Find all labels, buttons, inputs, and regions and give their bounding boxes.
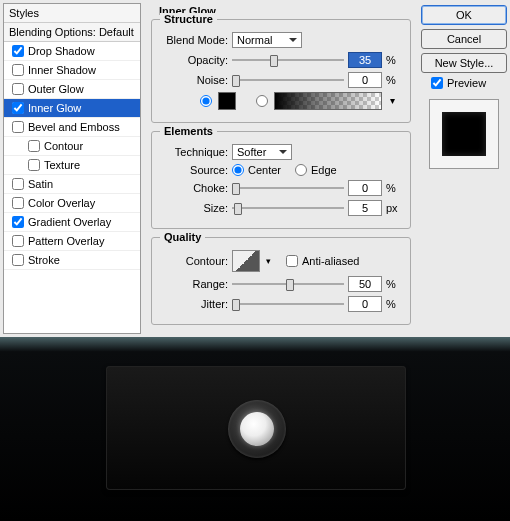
jitter-slider[interactable]	[232, 297, 344, 311]
style-item-label: Drop Shadow	[28, 45, 95, 57]
opacity-input[interactable]: 35	[348, 52, 382, 68]
preview-label: Preview	[447, 77, 486, 89]
style-item-stroke[interactable]: Stroke	[4, 251, 140, 270]
style-checkbox[interactable]	[12, 216, 24, 228]
style-checkbox[interactable]	[12, 45, 24, 57]
style-item-label: Contour	[44, 140, 83, 152]
contour-picker[interactable]	[232, 250, 260, 272]
style-item-bevel-and-emboss[interactable]: Bevel and Emboss	[4, 118, 140, 137]
source-edge-label: Edge	[311, 164, 337, 176]
style-item-texture[interactable]: Texture	[4, 156, 140, 175]
cancel-button[interactable]: Cancel	[421, 29, 507, 49]
style-item-label: Stroke	[28, 254, 60, 266]
preview-checkbox[interactable]	[431, 77, 443, 89]
quality-title: Quality	[160, 231, 205, 243]
noise-slider[interactable]	[232, 73, 344, 87]
style-item-satin[interactable]: Satin	[4, 175, 140, 194]
style-item-outer-glow[interactable]: Outer Glow	[4, 80, 140, 99]
elements-title: Elements	[160, 125, 217, 137]
style-item-drop-shadow[interactable]: Drop Shadow	[4, 42, 140, 61]
button-panel: OK Cancel New Style... Preview	[421, 3, 507, 334]
style-checkbox[interactable]	[12, 254, 24, 266]
choke-input[interactable]: 0	[348, 180, 382, 196]
noise-unit: %	[386, 74, 400, 86]
jitter-label: Jitter:	[162, 298, 228, 310]
preview-swatch	[442, 112, 486, 156]
range-input[interactable]: 50	[348, 276, 382, 292]
new-style-button[interactable]: New Style...	[421, 53, 507, 73]
source-label: Source:	[162, 164, 228, 176]
opacity-label: Opacity:	[162, 54, 228, 66]
opacity-unit: %	[386, 54, 400, 66]
elements-group: Elements Technique: Softer Source: Cente…	[151, 131, 411, 229]
structure-title: Structure	[160, 13, 217, 25]
noise-label: Noise:	[162, 74, 228, 86]
style-item-gradient-overlay[interactable]: Gradient Overlay	[4, 213, 140, 232]
style-checkbox[interactable]	[12, 178, 24, 190]
style-checkbox[interactable]	[28, 159, 40, 171]
noise-input[interactable]: 0	[348, 72, 382, 88]
technique-label: Technique:	[162, 146, 228, 158]
knob-inner	[240, 412, 274, 446]
style-checkbox[interactable]	[12, 83, 24, 95]
style-item-color-overlay[interactable]: Color Overlay	[4, 194, 140, 213]
style-item-pattern-overlay[interactable]: Pattern Overlay	[4, 232, 140, 251]
style-checkbox[interactable]	[12, 197, 24, 209]
size-slider[interactable]	[232, 201, 344, 215]
settings-panel: Inner Glow Structure Blend Mode: Normal …	[145, 3, 417, 334]
style-item-label: Outer Glow	[28, 83, 84, 95]
style-checkbox[interactable]	[28, 140, 40, 152]
technique-select[interactable]: Softer	[232, 144, 292, 160]
range-unit: %	[386, 278, 400, 290]
style-checkbox[interactable]	[12, 121, 24, 133]
style-checkbox[interactable]	[12, 235, 24, 247]
antialiased-label: Anti-aliased	[302, 255, 359, 267]
style-item-inner-shadow[interactable]: Inner Shadow	[4, 61, 140, 80]
gradient-radio[interactable]	[256, 95, 268, 107]
gradient-swatch[interactable]	[274, 92, 382, 110]
style-item-label: Satin	[28, 178, 53, 190]
contour-label: Contour:	[162, 255, 228, 267]
style-item-label: Gradient Overlay	[28, 216, 111, 228]
color-swatch[interactable]	[218, 92, 236, 110]
source-center-label: Center	[248, 164, 281, 176]
size-label: Size:	[162, 202, 228, 214]
style-checkbox[interactable]	[12, 102, 24, 114]
size-unit: px	[386, 202, 400, 214]
style-item-label: Color Overlay	[28, 197, 95, 209]
styles-panel: Styles Blending Options: Default Drop Sh…	[3, 3, 141, 334]
blendmode-select[interactable]: Normal	[232, 32, 302, 48]
style-item-label: Texture	[44, 159, 80, 171]
choke-slider[interactable]	[232, 181, 344, 195]
size-input[interactable]: 5	[348, 200, 382, 216]
choke-unit: %	[386, 182, 400, 194]
antialiased-checkbox[interactable]	[286, 255, 298, 267]
quality-group: Quality Contour: Anti-aliased Range: 50 …	[151, 237, 411, 325]
range-label: Range:	[162, 278, 228, 290]
jitter-unit: %	[386, 298, 400, 310]
source-edge-radio[interactable]	[295, 164, 307, 176]
range-slider[interactable]	[232, 277, 344, 291]
jitter-input[interactable]: 0	[348, 296, 382, 312]
styles-header: Styles	[4, 4, 140, 23]
choke-label: Choke:	[162, 182, 228, 194]
source-center-radio[interactable]	[232, 164, 244, 176]
ok-button[interactable]: OK	[421, 5, 507, 25]
color-radio[interactable]	[200, 95, 212, 107]
style-item-label: Pattern Overlay	[28, 235, 104, 247]
blendmode-label: Blend Mode:	[162, 34, 228, 46]
style-checkbox[interactable]	[12, 64, 24, 76]
opacity-slider[interactable]	[232, 53, 344, 67]
style-item-label: Bevel and Emboss	[28, 121, 120, 133]
style-item-contour[interactable]: Contour	[4, 137, 140, 156]
style-item-label: Inner Glow	[28, 102, 81, 114]
preview-box	[429, 99, 499, 169]
structure-group: Structure Blend Mode: Normal Opacity: 35…	[151, 19, 411, 123]
style-item-inner-glow[interactable]: Inner Glow	[4, 99, 140, 118]
style-item-label: Inner Shadow	[28, 64, 96, 76]
blending-options-row[interactable]: Blending Options: Default	[4, 23, 140, 42]
